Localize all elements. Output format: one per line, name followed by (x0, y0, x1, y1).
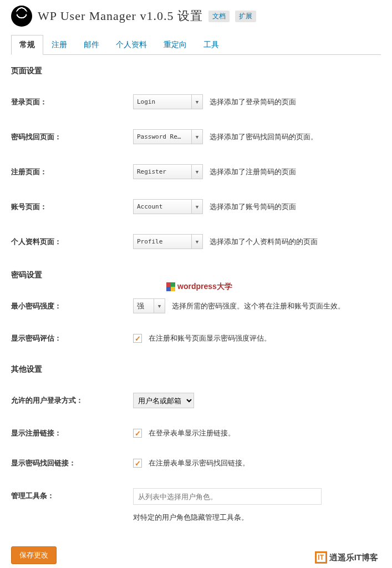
section-password-title: 密码设置 (11, 259, 381, 288)
min-strength-select[interactable]: 强 ▼ (133, 298, 165, 313)
row-show-pwd-link: 显示密码找回链接： 在注册表单显示密码找回链接。 (11, 448, 381, 478)
tab-general[interactable]: 常规 (11, 35, 43, 55)
show-register-hint: 在登录表单显示注册链接。 (149, 428, 235, 438)
row-profile-page: 个人资料页面： Profile ▼ 选择添加了个人资料简码的的页面 (11, 224, 381, 259)
account-page-select[interactable]: Account ▼ (133, 199, 203, 214)
login-page-label: 登录页面： (11, 97, 133, 107)
show-pwd-eval-label: 显示密码评估： (11, 333, 133, 343)
row-register-page: 注册页面： Register ▼ 选择添加了注册简码的页面 (11, 154, 381, 189)
extensions-tag[interactable]: 扩展 (235, 11, 256, 22)
profile-page-select[interactable]: Profile ▼ (133, 234, 203, 249)
row-admin-bar: 管理工具条： 对特定的用户角色隐藏管理工具条。 (11, 478, 381, 532)
save-button[interactable]: 保存更改 (11, 546, 57, 564)
profile-page-hint: 选择添加了个人资料简码的的页面 (210, 237, 318, 247)
register-page-hint: 选择添加了注册简码的页面 (210, 167, 296, 177)
chevron-down-icon: ▼ (191, 165, 202, 179)
show-pwd-link-hint: 在注册表单显示密码找回链接。 (149, 458, 250, 468)
row-login-page: 登录页面： Login ▼ 选择添加了登录简码的页面 (11, 84, 381, 119)
show-register-checkbox[interactable] (133, 429, 142, 438)
tab-tools[interactable]: 工具 (195, 35, 227, 55)
register-page-label: 注册页面： (11, 167, 133, 177)
password-page-select[interactable]: Password Re… ▼ (133, 129, 203, 144)
page-title: WP User Manager v1.0.5 设置 (38, 8, 203, 24)
show-pwd-eval-checkbox[interactable] (133, 334, 142, 343)
row-show-pwd-eval: 显示密码评估： 在注册和账号页面显示密码强度评估。 (11, 323, 381, 353)
chevron-down-icon: ▼ (154, 299, 165, 313)
page-header: WP User Manager v1.0.5 设置 文档 扩展 (11, 6, 381, 27)
row-account-page: 账号页面： Account ▼ 选择添加了账号简码的页面 (11, 189, 381, 224)
footer-logo: IT 逍遥乐IT博客 (315, 551, 378, 564)
section-pages-title: 页面设置 (11, 55, 381, 84)
chevron-down-icon: ▼ (191, 235, 202, 248)
tab-email[interactable]: 邮件 (75, 35, 108, 55)
account-page-label: 账号页面： (11, 202, 133, 212)
min-strength-hint: 选择所需的密码强度。这个将在注册和账号页面生效。 (172, 301, 345, 311)
admin-bar-label: 管理工具条： (11, 488, 133, 501)
footer-logo-icon: IT (315, 551, 327, 564)
show-pwd-link-label: 显示密码找回链接： (11, 458, 133, 468)
min-strength-label: 最小密码强度： (11, 301, 133, 311)
row-show-register-link: 显示注册链接： 在登录表单显示注册链接。 (11, 418, 381, 448)
footer-logo-text: 逍遥乐IT博客 (329, 552, 378, 563)
show-pwd-link-checkbox[interactable] (133, 459, 142, 468)
chevron-down-icon: ▼ (191, 130, 202, 144)
login-method-select[interactable]: 用户名或邮箱 (133, 393, 194, 408)
plugin-logo-icon (11, 6, 32, 27)
settings-tabs: 常规 注册 邮件 个人资料 重定向 工具 (11, 35, 381, 55)
password-page-hint: 选择添加了密码找回简码的页面。 (210, 132, 318, 142)
row-password-page: 密码找回页面： Password Re… ▼ 选择添加了密码找回简码的页面。 (11, 119, 381, 154)
password-page-label: 密码找回页面： (11, 132, 133, 142)
tab-register[interactable]: 注册 (43, 35, 75, 55)
show-pwd-eval-hint: 在注册和账号页面显示密码强度评估。 (149, 333, 271, 343)
chevron-down-icon: ▼ (191, 200, 202, 214)
account-page-hint: 选择添加了账号简码的页面 (210, 202, 296, 212)
register-page-select[interactable]: Register ▼ (133, 164, 203, 179)
login-page-select[interactable]: Login ▼ (133, 94, 203, 109)
chevron-down-icon: ▼ (191, 95, 202, 109)
login-method-label: 允许的用户登录方式： (11, 395, 133, 405)
row-min-strength: 最小密码强度： 强 ▼ 选择所需的密码强度。这个将在注册和账号页面生效。 (11, 288, 381, 323)
tab-redirect[interactable]: 重定向 (155, 35, 195, 55)
tab-profile[interactable]: 个人资料 (108, 35, 155, 55)
profile-page-label: 个人资料页面： (11, 237, 133, 247)
show-register-label: 显示注册链接： (11, 428, 133, 438)
section-other-title: 其他设置 (11, 353, 381, 383)
docs-tag[interactable]: 文档 (208, 11, 230, 22)
row-login-method: 允许的用户登录方式： 用户名或邮箱 (11, 383, 381, 418)
admin-bar-input[interactable] (133, 488, 322, 505)
admin-bar-hint: 对特定的用户角色隐藏管理工具条。 (133, 513, 248, 523)
login-page-hint: 选择添加了登录简码的页面 (210, 97, 296, 107)
